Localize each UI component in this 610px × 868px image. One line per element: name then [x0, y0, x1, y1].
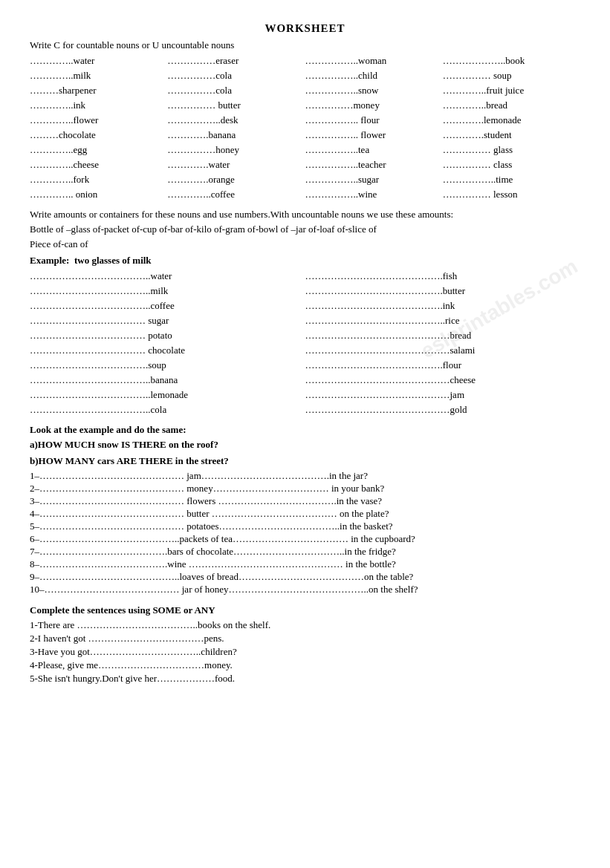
section2-amounts: Bottle of –glass of-packet of-cup of-bar… — [30, 223, 580, 235]
section3-items: 1–……………………………………… jam………………………………….in th… — [30, 470, 580, 595]
list-item: …………..ink — [30, 99, 167, 112]
section2: Write amounts or containers for these no… — [30, 209, 580, 417]
list-item: 2-I haven't got ………………………………pens. — [30, 633, 580, 645]
table-row: ………………………………..banana………………………………………chees… — [30, 373, 580, 387]
list-item: ……………eraser — [167, 54, 305, 68]
list-item: ………………………………..lemonade — [30, 388, 305, 402]
list-item: …………… soup — [443, 69, 580, 82]
list-item: 9–……………………………………..loaves of bread…………………… — [30, 571, 580, 583]
list-item: ……………..woman — [305, 54, 443, 68]
list-item: ………………………………..milk — [30, 284, 305, 298]
list-item: …………… glass — [443, 143, 580, 157]
list-item: 10–…………………………………… jar of honey…………………………… — [30, 584, 580, 595]
list-item: …………………………………….fish — [305, 270, 581, 283]
table-row: ……………………………… sugar……………………………………..rice — [30, 314, 580, 327]
section3-example-a: a)HOW MUCH snow IS THERE on the roof? — [30, 439, 580, 451]
list-item: ……………………………… potato — [30, 329, 305, 342]
list-item: ……………..teacher — [305, 158, 443, 172]
section4-items: 1-There are ………………………………..books on the s… — [30, 619, 580, 685]
list-item: …………..coffee — [167, 188, 305, 201]
list-item: …………..milk — [30, 69, 167, 82]
list-item: 4-Please, give me……………………………money. — [30, 659, 580, 671]
section2-amounts2: Piece of-can of — [30, 238, 580, 250]
list-item: ………….. onion — [30, 188, 167, 201]
list-item: ………………………………………bread — [305, 329, 581, 342]
list-item: …………….. flour — [305, 114, 443, 127]
list-item: ………………………………..banana — [30, 373, 305, 387]
table-row: ………….. onion…………..coffee……………..wine……………… — [30, 188, 580, 201]
table-row: …………..water……………eraser……………..woman………………… — [30, 54, 580, 68]
list-item: …………..water — [30, 54, 167, 68]
list-item: ………….orange — [167, 173, 305, 186]
section4-instruction: Complete the sentences using SOME or ANY — [30, 604, 580, 616]
list-item: …………………………………….butter — [305, 284, 581, 298]
list-item: ………………………………..cola — [30, 403, 305, 417]
list-item: …………… class — [443, 158, 580, 172]
list-item: …………..fork — [30, 173, 167, 186]
section4: Complete the sentences using SOME or ANY… — [30, 604, 580, 685]
list-item: …………………………………….ink — [305, 299, 581, 313]
table-row: …………..fork………….orange……………..sugar……………..… — [30, 173, 580, 186]
section1-rows: …………..water……………eraser……………..woman………………… — [30, 54, 580, 201]
list-item: …………..bread — [443, 99, 580, 112]
list-item: 2–……………………………………… money……………………………… in y… — [30, 483, 580, 495]
list-item: ……………………………………..rice — [305, 314, 581, 327]
table-row: …………..cheese………….water……………..teacher…………… — [30, 158, 580, 172]
list-item: 8–………………………………….wine ………………………………………… in… — [30, 558, 580, 570]
list-item: ………chocolate — [30, 128, 167, 142]
table-row: …………..ink…………… butter……………money…………..bre… — [30, 99, 580, 112]
list-item: ………….banana — [167, 128, 305, 142]
table-row: ………chocolate………….banana…………….. flower………… — [30, 128, 580, 142]
list-item: …………….. flower — [305, 128, 443, 142]
list-item: ……………..desk — [167, 114, 305, 127]
list-item: ……………..sugar — [305, 173, 443, 186]
table-row: …………..egg……………honey……………..tea…………… glass — [30, 143, 580, 157]
list-item: ……………..wine — [305, 188, 443, 201]
table-row: ……………………………… chocolate………………………………………sal… — [30, 344, 580, 357]
list-item: ……………………………….soup — [30, 359, 305, 372]
table-row: ………sharpener……………cola……………..snow…………..fr… — [30, 84, 580, 97]
list-item: 6–……………………………………..packets of tea……………………… — [30, 533, 580, 545]
list-item: ………….lemonade — [443, 114, 580, 127]
list-item: ……………………………… chocolate — [30, 344, 305, 357]
list-item: ………………………………..water — [30, 270, 305, 283]
section2-items: ………………………………..water…………………………………….fish……… — [30, 270, 580, 417]
list-item: ……………cola — [167, 69, 305, 82]
section3-example-b: b)HOW MANY cars ARE THERE in the street? — [30, 455, 580, 467]
list-item: ……………cola — [167, 84, 305, 97]
list-item: 1-There are ………………………………..books on the s… — [30, 619, 580, 631]
list-item: …………… butter — [167, 99, 305, 112]
page-title: WORKSHEET — [30, 22, 580, 35]
list-item: ………….water — [167, 158, 305, 172]
table-row: ………………………………..coffee…………………………………….ink — [30, 299, 580, 313]
list-item: ………………………………..coffee — [30, 299, 305, 313]
list-item: ……………..tea — [305, 143, 443, 157]
list-item: ………….student — [443, 128, 580, 142]
list-item: …………………………………….flour — [305, 359, 581, 372]
table-row: …………..flower……………..desk…………….. flour…………… — [30, 114, 580, 127]
list-item: ……………honey — [167, 143, 305, 157]
list-item: …………… lesson — [443, 188, 580, 201]
list-item: 7–………………………………….bars of chocolate…………………… — [30, 546, 580, 558]
section2-instruction: Write amounts or containers for these no… — [30, 209, 580, 221]
list-item: …………..fruit juice — [443, 84, 580, 97]
list-item: ……………..child — [305, 69, 443, 82]
list-item: ………………………………………gold — [305, 403, 581, 417]
section1-instruction: Write C for countable nouns or U uncount… — [30, 39, 580, 51]
list-item: 3–……………………………………… flowers ……………………………….i… — [30, 495, 580, 507]
list-item: 3-Have you got……………………………..children? — [30, 646, 580, 658]
list-item: ………………..book — [443, 54, 580, 68]
section1: Write C for countable nouns or U uncount… — [30, 39, 580, 201]
table-row: ………………………………..water…………………………………….fish — [30, 270, 580, 283]
list-item: 5–……………………………………… potatoes………………………………..… — [30, 521, 580, 532]
section2-example: Example: two glasses of milk — [30, 255, 580, 267]
list-item: ……………..time — [443, 173, 580, 186]
list-item: ………………………………………salami — [305, 344, 581, 357]
example-value: two glasses of milk — [74, 255, 152, 266]
list-item: …………..cheese — [30, 158, 167, 172]
table-row: …………..milk……………cola……………..child…………… sou… — [30, 69, 580, 82]
list-item: 5-She isn't hungry.Don't give her………………f… — [30, 673, 580, 685]
table-row: ……………………………….soup…………………………………….flour — [30, 359, 580, 372]
list-item: ………………………………………cheese — [305, 373, 581, 387]
list-item: …………..flower — [30, 114, 167, 127]
